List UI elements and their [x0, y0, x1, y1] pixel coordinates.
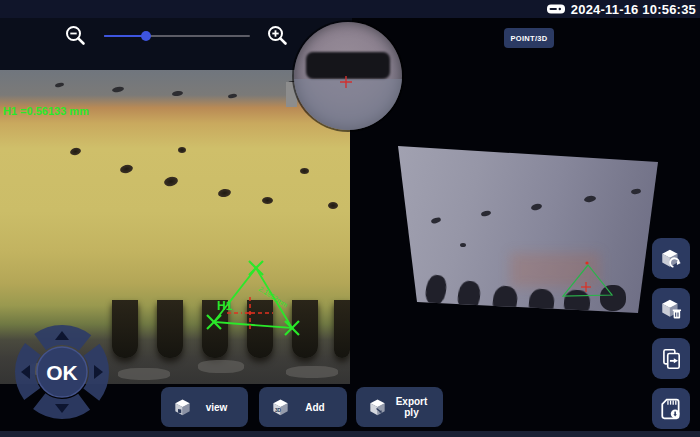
zoom-slider-thumb[interactable] — [141, 31, 151, 41]
cube-3d-label: 3D — [275, 407, 282, 412]
export-ply-button[interactable]: Export ply — [356, 387, 443, 427]
magnifier-plus-icon[interactable] — [266, 24, 289, 47]
export-file-button[interactable] — [652, 338, 690, 379]
add-button-label: Add — [291, 402, 347, 413]
pointcloud-view[interactable] — [390, 125, 670, 325]
magnifier-inset — [294, 22, 402, 130]
bottom-edge-strip — [0, 431, 700, 437]
magnifier-minus-icon[interactable] — [64, 24, 87, 47]
measurement-app: 2024-11-16 10:56:35 POINT/3D — [0, 0, 700, 437]
point-label-text: H1 — [217, 299, 233, 313]
mode-point3d-button[interactable]: POINT/3D — [504, 28, 554, 48]
view-button-label: view — [193, 402, 248, 413]
save-card-icon — [659, 397, 683, 421]
add-button[interactable]: 3D Add — [259, 387, 347, 427]
status-bar: 2024-11-16 10:56:35 — [0, 0, 700, 18]
cube-3d-add-icon: 3D — [270, 397, 291, 418]
cube-export-icon — [367, 397, 388, 418]
h1-result-text: H1 =0.56133 mm — [3, 105, 89, 117]
inset-crosshair — [338, 74, 354, 90]
ok-button-label: OK — [46, 361, 78, 384]
datetime-text: 2024-11-16 10:56:35 — [571, 2, 696, 17]
view-button[interactable]: view — [161, 387, 248, 427]
file-export-icon — [659, 347, 683, 371]
cube-restore-icon — [659, 247, 683, 271]
vertex-markers[interactable] — [207, 261, 299, 335]
export-ply-button-label: Export ply — [388, 396, 443, 418]
zoom-slider-fill — [104, 35, 146, 37]
storage-drive-icon — [546, 2, 566, 16]
reset-view-button[interactable] — [652, 238, 690, 279]
cube-delete-icon — [659, 297, 683, 321]
side-length-text: 2.1952mm — [257, 285, 289, 309]
navigation-dpad[interactable]: OK — [8, 318, 116, 426]
cloud-measurement-overlay — [390, 125, 670, 325]
measure-cursor[interactable] — [227, 297, 273, 330]
save-card-button[interactable] — [652, 388, 690, 429]
cube-view-icon — [172, 397, 193, 418]
delete-cloud-button[interactable] — [652, 288, 690, 329]
